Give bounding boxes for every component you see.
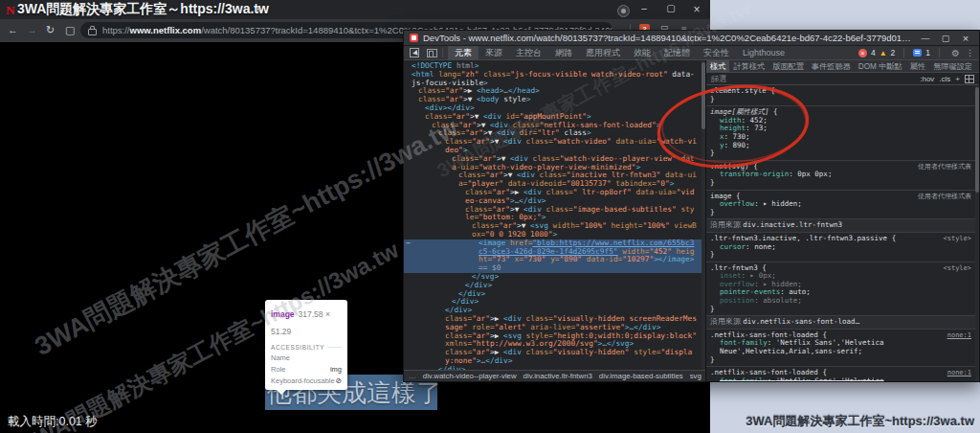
style-rule[interactable]: :not(svg) {使用者代理樣式表transform-origin: 0px… bbox=[706, 161, 975, 191]
browser-tab-title[interactable]: 3WA問題解決專家工作室～https://3wa.tw bbox=[17, 1, 269, 18]
not-allowed-icon: ⊘ bbox=[336, 376, 342, 385]
devtools-tab-8[interactable]: Lighthouse bbox=[736, 46, 791, 60]
devtools-app-icon bbox=[410, 34, 418, 42]
dom-tree-line[interactable]: class="ar">▶ <div class="visually-hidden… bbox=[404, 349, 705, 366]
issues-icon[interactable] bbox=[913, 49, 922, 57]
breadcrumb-item[interactable]: div.watch-video--player-view bbox=[423, 372, 517, 380]
devtools-tab-3[interactable]: 網路 bbox=[548, 46, 579, 60]
devtools-tab-6[interactable]: 記憶體 bbox=[657, 46, 697, 60]
dom-tree-line[interactable]: class="ar">▼ <div class="watch-video--pl… bbox=[404, 155, 705, 172]
browser-maximize-button[interactable]: ▢ bbox=[664, 3, 678, 13]
inspect-element-icon[interactable] bbox=[410, 48, 419, 57]
breadcrumb-item[interactable]: div.inactive.ltr-fntwn3 bbox=[523, 372, 592, 380]
styles-sidebar-tab-6[interactable]: 無障礙設定 bbox=[929, 60, 976, 73]
style-rule[interactable]: image {使用者代理樣式表overflow: ▸ hidden;} bbox=[706, 191, 975, 220]
inherited-from-bar: 沿用來源 div.inactive.ltr-fntwn3 bbox=[706, 219, 975, 233]
browser-close-button[interactable]: × bbox=[690, 3, 703, 16]
styles-filter-bar: 篩選 :hov .cls + bbox=[706, 73, 979, 85]
dom-tree-line[interactable]: </svg> bbox=[404, 273, 705, 282]
breadcrumb-item[interactable]: svg bbox=[690, 372, 702, 380]
devtools-tab-2[interactable]: 主控台 bbox=[509, 46, 548, 60]
style-rule[interactable]: .netflix-sans-font-loaded {none:1font-fa… bbox=[706, 367, 975, 381]
cls-toggle[interactable]: .cls bbox=[939, 75, 950, 83]
devtools-close-button[interactable]: × bbox=[958, 33, 973, 44]
lock-icon bbox=[88, 29, 97, 35]
new-tab-button[interactable]: + bbox=[255, 2, 262, 16]
devtools-tab-7[interactable]: 安全性 bbox=[697, 46, 736, 60]
hov-toggle[interactable]: :hov bbox=[920, 75, 934, 83]
dom-breadcrumb-bar: …div.watch-video--player-viewdiv.inactiv… bbox=[404, 370, 705, 381]
dom-tree-line[interactable]: </div> bbox=[404, 282, 705, 290]
inspect-tooltip: image317.58 × 51.29 ACCESSIBILITY Name R… bbox=[265, 300, 347, 390]
devtools-tab-5[interactable]: 效能 bbox=[627, 46, 657, 60]
dom-tree-line[interactable]: class="ar">▼ <div class="image-based-sub… bbox=[404, 206, 705, 223]
devtools-tab-4[interactable]: 應用程式 bbox=[579, 46, 627, 60]
styles-sidebar-tab-0[interactable]: 樣式 bbox=[706, 60, 729, 73]
dom-tree-line[interactable]: class="ar">▶ <div class="visually-hidden… bbox=[404, 315, 705, 332]
inherited-from-bar: 沿用來源 div.netflix-sans-font-load… bbox=[706, 316, 975, 330]
elements-dom-tree: <!DOCTYPE html><html lang="zh" class="js… bbox=[404, 60, 705, 370]
breadcrumb-item[interactable]: div.image-based-subtitles bbox=[599, 372, 683, 380]
profile-circle-icon[interactable] bbox=[617, 5, 630, 17]
dom-tree-line[interactable]: ⋯<image href="blob:https://www.netflix.c… bbox=[404, 239, 705, 273]
tooltip-accessibility-header: ACCESSIBILITY bbox=[271, 344, 342, 351]
dom-tree-line[interactable]: class="ar">▶ <div class=" ltr-op8orf" da… bbox=[404, 189, 705, 206]
watermark-bottom-right: 3WA問題解決專家工作室~https://3wa.tw bbox=[746, 413, 974, 430]
tooltip-tag-name: image bbox=[271, 309, 295, 319]
devtools-window-title: DevTools - www.netflix.com/watch/8013573… bbox=[423, 33, 913, 43]
device-toolbar-icon[interactable] bbox=[427, 49, 437, 57]
dom-tree-line[interactable]: class="ar">▼ <div class="inactive ltr-fn… bbox=[404, 171, 705, 189]
devtools-window: DevTools - www.netflix.com/watch/8013573… bbox=[403, 30, 980, 382]
new-style-rule-button[interactable]: + bbox=[955, 75, 960, 83]
devtools-tab-0[interactable]: 元素 bbox=[448, 46, 479, 60]
tooltip-row-role: Roleimg bbox=[271, 365, 342, 374]
styles-sidebar: 樣式計算樣式版面配置事件監聽器DOM 中斷點屬性無障礙設定 篩選 :hov .c… bbox=[706, 60, 979, 381]
styles-sidebar-tab-3[interactable]: 事件監聽器 bbox=[808, 60, 855, 73]
forward-icon[interactable]: → bbox=[27, 24, 37, 35]
dom-tree-line[interactable]: class="ar">▼ <svg width="100%" height="1… bbox=[404, 222, 705, 239]
dom-tree-line[interactable]: class="ar">▼ <div class="watch-video" da… bbox=[404, 138, 705, 155]
error-count[interactable]: 4 bbox=[871, 48, 876, 57]
toolbar-separator bbox=[442, 48, 443, 57]
browser-minimize-button[interactable]: – bbox=[637, 3, 651, 13]
styles-sidebar-tabs: 樣式計算樣式版面配置事件監聽器DOM 中斷點屬性無障礙設定 bbox=[706, 60, 979, 73]
settings-gear-icon[interactable]: ⚙ bbox=[951, 48, 960, 58]
styles-scrollbar[interactable] bbox=[975, 85, 979, 381]
devtools-toolbar: 元素來源主控台網路應用程式效能記憶體安全性Lighthouse × 4 ▲ 2 … bbox=[404, 46, 979, 60]
style-rule[interactable]: .ltr-fntwn3 {<style>inset: ▸ 0px;overflo… bbox=[706, 262, 975, 317]
netflix-favicon: N bbox=[6, 3, 14, 18]
back-icon[interactable]: ← bbox=[8, 24, 18, 35]
breadcrumb-item[interactable]: … bbox=[409, 372, 416, 380]
styles-rule-list: element.style {}image[屬性樣式] {width: 452;… bbox=[706, 85, 975, 381]
warning-count[interactable]: 2 bbox=[891, 48, 896, 57]
devtools-toolbar-right: × 4 ▲ 2 1 ⚙ ⋮ bbox=[858, 48, 979, 58]
tooltip-row-keyboard-focusable: Keyboard-focusable⊘ bbox=[271, 376, 342, 385]
styles-sidebar-tab-2[interactable]: 版面配置 bbox=[768, 60, 808, 73]
styles-sidebar-tab-5[interactable]: 屬性 bbox=[906, 60, 929, 73]
error-count-icon[interactable]: × bbox=[858, 49, 867, 57]
devtools-maximize-button[interactable]: ▢ bbox=[938, 34, 953, 43]
devtools-minimize-button[interactable]: — bbox=[918, 34, 933, 43]
screenshot-stage: N 3WA問題解決專家工作室～https://3wa.tw + – ▢ × ← … bbox=[0, 0, 980, 433]
dom-tree-line[interactable]: class="ar">▶ <svg style="height:0;width:… bbox=[404, 332, 705, 350]
style-rule[interactable]: element.style {} bbox=[706, 85, 975, 106]
warning-count-icon[interactable]: ▲ bbox=[880, 49, 887, 57]
dom-tree-line[interactable]: <html lang="zh" class="js-focus-visible … bbox=[404, 71, 705, 88]
dom-tree-line[interactable]: </div> bbox=[404, 290, 705, 299]
devtools-tab-1[interactable]: 來源 bbox=[479, 46, 509, 60]
grid-layout-icon[interactable] bbox=[965, 75, 974, 83]
styles-sidebar-tab-4[interactable]: DOM 中斷點 bbox=[855, 60, 906, 73]
style-rule[interactable]: .netflix-sans-font-loaded {none:1font-fa… bbox=[706, 330, 975, 367]
reload-icon[interactable]: ↻ bbox=[46, 24, 55, 36]
style-rule[interactable]: image[屬性樣式] {width: 452;height: 73;x: 73… bbox=[706, 106, 975, 161]
browser-tab-bar: N 3WA問題解決專家工作室～https://3wa.tw + – ▢ × bbox=[0, 0, 710, 19]
styles-sidebar-tab-1[interactable]: 計算樣式 bbox=[729, 60, 768, 73]
bookmark-app-icon[interactable]: ▢ bbox=[65, 24, 75, 36]
styles-filter-input[interactable]: 篩選 bbox=[711, 74, 726, 84]
devtools-tab-strip: 元素來源主控台網路應用程式效能記憶體安全性Lighthouse bbox=[448, 46, 791, 60]
devtools-title-bar: DevTools - www.netflix.com/watch/8013573… bbox=[404, 31, 979, 46]
issues-count[interactable]: 1 bbox=[925, 48, 930, 57]
devtools-menu-icon[interactable]: ⋮ bbox=[966, 48, 974, 57]
load-time-status: 載入時間:0.01 秒 bbox=[8, 414, 98, 430]
style-rule[interactable]: .ltr-fntwn3.inactive, .ltr-fntwn3.passiv… bbox=[706, 233, 975, 262]
